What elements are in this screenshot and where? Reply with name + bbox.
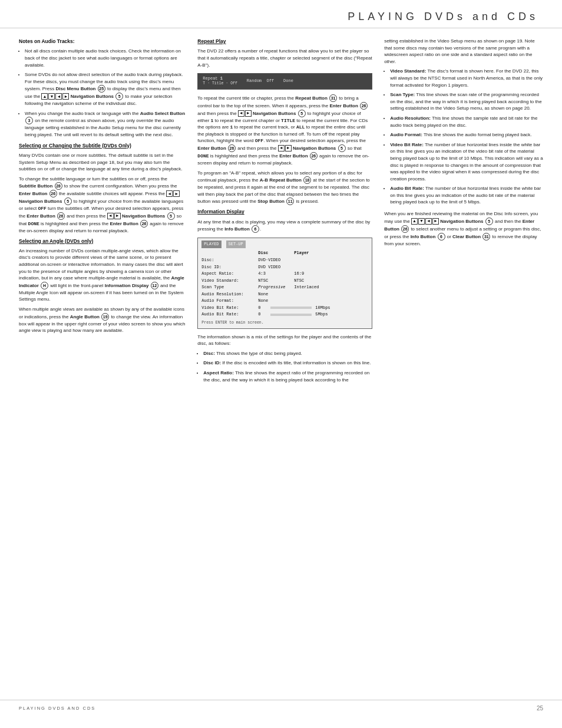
angle-para1: An increasing number of DVDs contain mul…	[19, 248, 186, 303]
btn-5e: 5	[338, 144, 346, 152]
notes-audio-list: Not all discs contain multiple audio tra…	[19, 48, 186, 138]
list-item: Audio Format: This line shows the audio …	[390, 131, 543, 139]
btn-19: 19	[101, 313, 109, 321]
btn-11: 11	[286, 197, 294, 205]
id-row-abr-bar	[270, 314, 312, 316]
btn-26c: 26	[140, 220, 148, 228]
btn-31a: 31	[329, 94, 337, 102]
list-item: Disc ID: If the disc is encoded with its…	[203, 360, 372, 367]
repeat-section: Repeat 1 T · Title · Off	[203, 76, 237, 87]
repeat-sub: T · Title · Off	[203, 81, 237, 86]
footer-page-number: 25	[537, 705, 543, 711]
list-item: Audio Resolution: This line shows the sa…	[390, 115, 543, 129]
id-row-ar-disc: 4:3	[258, 271, 290, 277]
page-title: PLAYING DVDs and CDs	[24, 11, 538, 23]
id-row-aur-label: Audio Resolution:	[201, 291, 254, 298]
id-row-st-label: Scan Type	[201, 284, 254, 291]
id-row-auf-label: Audio Format:	[201, 298, 254, 304]
mid-column: Repeat Play The DVD 22 offers a number o…	[197, 38, 372, 387]
id-row-vs-label: Video Standard:	[201, 278, 254, 284]
btn-26d: 26	[360, 102, 368, 110]
page: PLAYING DVDs and CDs Notes on Audio Trac…	[0, 0, 562, 728]
right-bullets: Video Standard: The disc's format is sho…	[384, 68, 543, 206]
btn-h: H	[41, 282, 48, 289]
btn-12: 12	[151, 282, 158, 289]
list-item: Audio Bit Rate: The number of blue horiz…	[390, 185, 543, 206]
angle-para2: When multiple angle views are available …	[19, 306, 186, 334]
list-item: Some DVDs do not allow direct selection …	[25, 71, 186, 107]
btn-6a: 6	[252, 225, 259, 233]
btn-5: 5	[115, 93, 123, 100]
repeat-play-text1: To repeat the current title or chapter, …	[197, 94, 372, 167]
id-row-ar-label: Aspect Ratio:	[201, 271, 254, 277]
id-row-vbr-label: Video Bit Rate:	[201, 305, 254, 311]
id-row-st-disc: Progressive	[258, 284, 290, 291]
id-row-vbr-disc: 0	[258, 305, 267, 311]
btn-26g: 26	[401, 225, 409, 233]
btn-3: 3	[25, 117, 33, 124]
id-row-discid-val: DVD VIDEO	[258, 264, 290, 271]
btn-5f: 5	[485, 218, 493, 225]
id-row-vbr-player: 10Mbps	[315, 305, 336, 311]
list-item: Not all discs contain multiple audio tra…	[25, 48, 186, 68]
info-display-screenshot: PLAYED SET-UP Disc Player Disc: DVD·VIDE…	[197, 238, 372, 328]
repeat-play-title: Repeat Play	[197, 38, 372, 45]
repeat-bar-display: Repeat 1 T · Title · Off Random Off Done	[197, 73, 372, 90]
subtitle-para1: Many DVDs contain one or more subtitles.…	[19, 152, 186, 173]
id-row-abr-player: 5Mbps	[315, 311, 336, 318]
btn-26f: 26	[310, 152, 318, 160]
id-row-st-player: Interlaced	[294, 284, 326, 291]
repeat-play-intro: The DVD 22 offers a number of repeat fun…	[197, 48, 372, 68]
id-row-disc-val: DVD·VIDEO	[258, 257, 290, 263]
notes-audio-title: Notes on Audio Tracks:	[19, 38, 186, 45]
done-section: Done	[283, 78, 293, 84]
id-row-vbr-bar	[270, 307, 312, 309]
btn-5c: 5	[167, 212, 175, 220]
id-col-disc: Disc	[258, 250, 290, 256]
id-row-ar-player: 16:9	[294, 271, 326, 277]
info-display-mix-text: The information shown is a mix of the se…	[197, 334, 372, 347]
left-column: Notes on Audio Tracks: Not all discs con…	[19, 38, 186, 387]
right-column: setting established in the Video Setup m…	[384, 38, 543, 387]
subtitle-section-title: Selecting or Changing the Subtitle (DVDs…	[19, 142, 186, 149]
id-row-aur-disc: None	[258, 291, 290, 298]
btn-31b: 31	[482, 233, 490, 241]
btn-26e: 26	[228, 144, 236, 152]
btn-25: 25	[98, 85, 105, 93]
btn-5b: 5	[64, 197, 72, 205]
done-label: Done	[283, 78, 293, 84]
info-display-title: Information Display	[197, 208, 372, 215]
list-item: Scan Type: This line shows the scan rate…	[390, 91, 543, 112]
random-section: Random Off	[247, 78, 274, 84]
id-col-blank	[201, 250, 254, 256]
page-footer: PLAYING DVDs AND CDs 25	[0, 700, 562, 716]
btn-26a: 26	[49, 190, 57, 197]
info-display-intro: At any time that a disc is playing, you …	[197, 219, 372, 233]
subtitle-para2: To change the subtitle language or turn …	[19, 176, 186, 235]
random-label: Random Off	[247, 78, 274, 84]
id-enter-prompt: Press ENTER to main screen.	[201, 320, 368, 326]
id-row-vs-disc: NTSC	[258, 278, 290, 284]
btn-18: 18	[303, 176, 311, 184]
repeat-label: Repeat 1	[203, 76, 223, 81]
page-header: PLAYING DVDs and CDs	[0, 0, 562, 28]
id-row-abr-label: Audio Bit Rate:	[201, 311, 254, 318]
info-display-bullets: Disc: This shows the type of disc being …	[197, 350, 372, 383]
id-tab-played: PLAYED	[201, 241, 221, 248]
id-row-abr-disc: 0	[258, 311, 267, 318]
list-item: When you change the audio track or langu…	[25, 110, 186, 139]
btn-6b: 6	[438, 233, 445, 241]
right-intro: setting established in the Video Setup m…	[384, 38, 543, 65]
btn-28: 28	[55, 182, 62, 190]
id-col-player: Player	[294, 250, 326, 256]
list-item: Video Bit Rate: The number of blue horiz…	[390, 141, 543, 183]
id-row-disc-label: Disc:	[201, 257, 254, 263]
id-tab-setup: SET-UP	[226, 241, 246, 248]
right-closing: When you are finished reviewing the mate…	[384, 210, 543, 247]
repeat-play-text2: To program an "A-B" repeat, which allows…	[197, 170, 372, 206]
list-item: Disc: This shows the type of disc being …	[203, 350, 372, 357]
id-row-auf-disc: None	[258, 298, 290, 304]
btn-26b: 26	[57, 212, 65, 220]
angle-section-title: Selecting an Angle (DVDs only)	[19, 238, 186, 245]
main-content: Notes on Audio Tracks: Not all discs con…	[0, 28, 562, 387]
